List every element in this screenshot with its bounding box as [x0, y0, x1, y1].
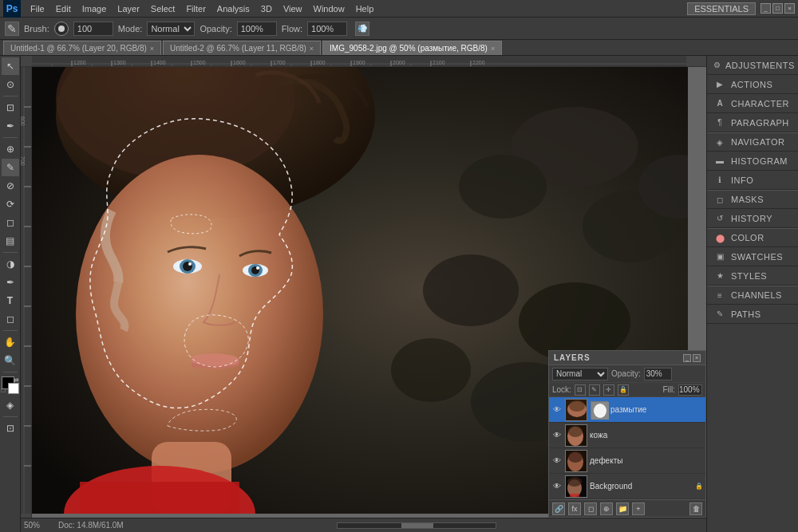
layers-collapse-btn[interactable]: _: [683, 354, 691, 362]
eyedropper-tool[interactable]: ✒: [2, 117, 19, 135]
brush-tool-icon[interactable]: ✎: [5, 22, 19, 36]
panel-actions[interactable]: ▶ ACTIONS: [707, 75, 798, 94]
restore-button[interactable]: □: [772, 3, 783, 14]
menu-image[interactable]: Image: [77, 2, 112, 15]
swatches-icon: ▣: [713, 250, 726, 263]
workspace-button[interactable]: ESSENTIALS: [687, 2, 756, 15]
tab-close-1[interactable]: ×: [310, 45, 314, 53]
new-layer-btn[interactable]: +: [632, 502, 645, 515]
fill-input[interactable]: [678, 384, 702, 396]
new-group-btn[interactable]: 📁: [616, 502, 629, 515]
link-layers-btn[interactable]: 🔗: [552, 502, 565, 515]
brush-label: Brush:: [24, 24, 49, 33]
delete-layer-btn[interactable]: 🗑: [689, 502, 702, 515]
blend-mode-select[interactable]: Normal Multiply Screen: [552, 368, 608, 380]
background-color[interactable]: [8, 383, 19, 394]
layer-row-defekty[interactable]: 👁 дефекты: [549, 448, 705, 474]
panel-navigator[interactable]: ◈ NAVIGATOR: [707, 132, 798, 152]
pen-tool[interactable]: ✒: [2, 274, 19, 291]
mode-select[interactable]: Normal Multiply Screen: [147, 22, 195, 36]
shape-tool[interactable]: ◻: [2, 310, 19, 328]
panel-info[interactable]: ℹ INFO: [707, 171, 798, 190]
menu-edit[interactable]: Edit: [51, 2, 76, 15]
panel-history[interactable]: ↺ HISTORY: [707, 209, 798, 228]
brush-preview[interactable]: [54, 22, 69, 36]
reset-colors-icon[interactable]: □: [2, 387, 6, 394]
move-tool[interactable]: ↖: [2, 57, 19, 75]
add-mask-btn[interactable]: ◻: [584, 502, 597, 515]
zoom-tool[interactable]: 🔍: [2, 352, 19, 369]
history-tool[interactable]: ⟳: [2, 195, 19, 213]
panel-histogram[interactable]: ▬ HISTOGRAM: [707, 152, 798, 171]
lock-position-icon[interactable]: ✛: [603, 384, 614, 396]
tab-close-2[interactable]: ×: [491, 45, 495, 53]
clone-tool[interactable]: ⊘: [2, 177, 19, 195]
panel-paragraph[interactable]: ¶ PARAGRAPH: [707, 113, 798, 132]
lock-all-icon[interactable]: 🔒: [618, 384, 629, 396]
scroll-bar[interactable]: [337, 522, 496, 529]
eraser-tool[interactable]: ◻: [2, 214, 19, 231]
panel-character[interactable]: A CHARACTER: [707, 94, 798, 113]
layer-visibility-razmiytie[interactable]: 👁: [551, 404, 563, 416]
panel-adjustments[interactable]: ⚙ ADJUSTMENTS: [707, 56, 798, 75]
panel-color[interactable]: ⬤ COLOR: [707, 228, 798, 247]
svg-text:1500: 1500: [193, 60, 206, 65]
menu-select[interactable]: Select: [146, 2, 180, 15]
menu-filter[interactable]: Filter: [181, 2, 210, 15]
svg-point-69: [188, 262, 192, 266]
layer-row-razmiytie[interactable]: 👁 размытие: [549, 397, 705, 423]
crop-tool[interactable]: ⊡: [2, 99, 19, 116]
brush-tool[interactable]: ✎: [2, 159, 19, 176]
menu-analysis[interactable]: Analysis: [212, 2, 255, 15]
opacity-input[interactable]: [644, 368, 672, 380]
svg-point-55: [459, 155, 547, 219]
panel-paths[interactable]: ✎ PATHS: [707, 305, 798, 324]
options-bar: ✎ Brush: Mode: Normal Multiply Screen Op…: [0, 18, 798, 40]
layer-row-kozha[interactable]: 👁 кожа: [549, 423, 705, 448]
menu-view[interactable]: View: [279, 2, 307, 15]
history-label: HISTORY: [731, 214, 772, 223]
panel-styles[interactable]: ★ STYLES: [707, 266, 798, 286]
burn-tool[interactable]: ◑: [2, 255, 19, 273]
hand-tool[interactable]: ✋: [2, 333, 19, 351]
flow-input[interactable]: [307, 22, 347, 36]
layer-visibility-defekty[interactable]: 👁: [551, 455, 563, 467]
healing-tool[interactable]: ⊕: [2, 140, 19, 158]
close-button[interactable]: ×: [784, 3, 795, 14]
layer-row-background[interactable]: 👁 Background 🔒: [549, 474, 705, 499]
adjustments-icon: ⚙: [713, 59, 721, 72]
layer-visibility-background[interactable]: 👁: [551, 481, 563, 492]
quick-mask-btn[interactable]: ◈: [2, 396, 19, 414]
new-adjustment-btn[interactable]: ⊕: [600, 502, 613, 515]
menu-help[interactable]: Help: [351, 2, 379, 15]
svg-rect-65: [80, 482, 239, 514]
airbrush-icon[interactable]: 💨: [355, 22, 369, 36]
lock-pixels-icon[interactable]: ✎: [589, 384, 600, 396]
screen-mode-btn[interactable]: ⊡: [2, 420, 19, 437]
text-tool[interactable]: T: [2, 292, 19, 309]
layer-visibility-kozha[interactable]: 👁: [551, 430, 563, 441]
minimize-button[interactable]: _: [760, 3, 771, 14]
opacity-input[interactable]: [237, 22, 277, 36]
toolbar-separator-3: [3, 252, 18, 253]
layers-controls: Normal Multiply Screen Opacity:: [549, 365, 705, 383]
menu-file[interactable]: File: [26, 2, 49, 15]
lasso-tool[interactable]: ⊙: [2, 76, 19, 93]
layer-effects-btn[interactable]: fx: [568, 502, 581, 515]
gradient-tool[interactable]: ▤: [2, 232, 19, 250]
panel-swatches[interactable]: ▣ SWATCHES: [707, 247, 798, 266]
panel-masks[interactable]: ◻ MASKS: [707, 190, 798, 209]
swap-colors-icon[interactable]: ⇄: [14, 376, 19, 384]
tab-0[interactable]: Untitled-1 @ 66.7% (Layer 20, RGB/8) ×: [3, 41, 161, 55]
lock-transparent-icon[interactable]: ⊡: [575, 384, 586, 396]
menu-3d[interactable]: 3D: [256, 2, 277, 15]
menu-window[interactable]: Window: [309, 2, 350, 15]
brush-size-input[interactable]: [73, 22, 113, 36]
tab-close-0[interactable]: ×: [150, 45, 154, 53]
layers-close-btn[interactable]: ×: [693, 354, 701, 362]
tab-1[interactable]: Untitled-2 @ 66.7% (Layer 11, RGB/8) ×: [163, 41, 321, 55]
tab-2[interactable]: IMG_9058-2.jpg @ 50% (размытие, RGB/8) ×: [322, 41, 502, 55]
panel-channels[interactable]: ≡ CHANNELS: [707, 286, 798, 305]
menu-layer[interactable]: Layer: [113, 2, 144, 15]
horizontal-scroll[interactable]: [130, 522, 703, 529]
